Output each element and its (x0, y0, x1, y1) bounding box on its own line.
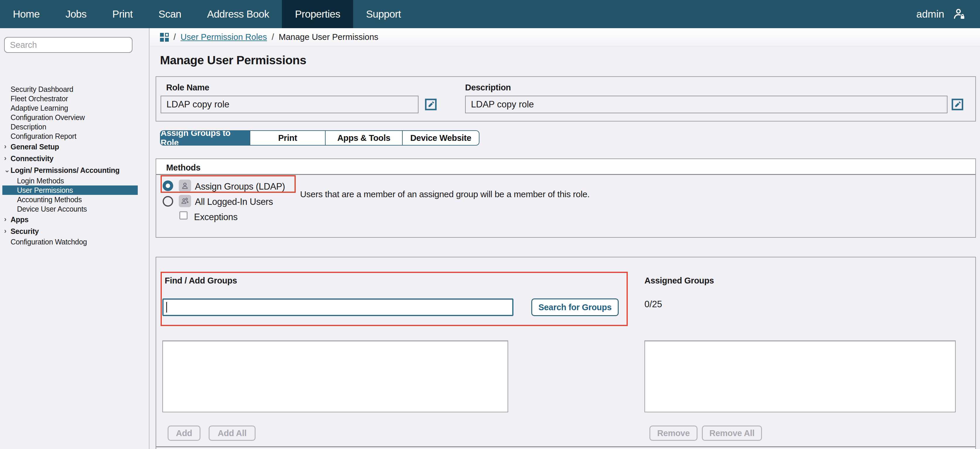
chevron-right-icon: › (4, 154, 6, 162)
sidebar-item-login-methods[interactable]: Login Methods (0, 176, 149, 185)
breadcrumb-link-user-permission-roles[interactable]: User Permission Roles (181, 32, 267, 42)
edit-description-button[interactable] (951, 98, 964, 111)
single-user-icon (179, 180, 191, 192)
group-search-input[interactable] (162, 299, 514, 316)
user-lock-icon (952, 7, 966, 21)
breadcrumb: / User Permission Roles / Manage User Pe… (150, 28, 980, 46)
tab-apps-tools[interactable]: Apps & Tools (325, 131, 402, 145)
radio-assign-groups-ldap[interactable] (163, 181, 173, 191)
text-caret (166, 302, 167, 313)
sidebar-item-configuration-overview[interactable]: Configuration Overview (0, 113, 149, 122)
sidebar-item-general-setup[interactable]: › General Setup (0, 141, 149, 153)
sidebar-item-adaptive-learning[interactable]: Adaptive Learning (0, 103, 149, 113)
tab-assign-groups-to-role[interactable]: Assign Groups to Role (161, 131, 250, 145)
description-input[interactable] (465, 96, 947, 113)
remove-all-button[interactable]: Remove All (702, 425, 762, 441)
groups-panel: Find / Add Groups Search for Groups Assi… (156, 257, 976, 449)
find-add-groups-label: Find / Add Groups (165, 276, 237, 286)
tab-device-website[interactable]: Device Website (402, 131, 479, 145)
methods-header: Methods (166, 163, 200, 173)
sidebar-item-login-permissions-accounting[interactable]: ⌄ Login/ Permissions/ Accounting (0, 165, 149, 176)
breadcrumb-separator: / (272, 32, 274, 42)
sidebar-item-configuration-watchdog[interactable]: Configuration Watchdog (0, 237, 149, 246)
nav-item-print[interactable]: Print (99, 0, 145, 28)
radio-all-logged-in-users[interactable] (163, 196, 173, 206)
add-all-button[interactable]: Add All (208, 425, 256, 441)
assigned-groups-label: Assigned Groups (644, 276, 714, 286)
add-button[interactable]: Add (168, 425, 200, 441)
role-tabs: Assign Groups to Role Print Apps & Tools… (160, 130, 479, 145)
remove-button[interactable]: Remove (649, 425, 697, 441)
exceptions-label[interactable]: Exceptions (194, 212, 238, 222)
sidebar-item-security[interactable]: › Security (0, 225, 149, 237)
assigned-groups-count: 0/25 (644, 299, 662, 310)
top-navigation: Home Jobs Print Scan Address Book Proper… (0, 0, 980, 28)
sidebar-item-connectivity[interactable]: › Connectivity (0, 153, 149, 165)
group-users-icon (179, 195, 191, 207)
sidebar-item-apps[interactable]: › Apps (0, 214, 149, 225)
chevron-down-icon: ⌄ (4, 166, 10, 174)
sidebar-item-device-user-accounts[interactable]: Device User Accounts (0, 204, 149, 214)
nav-item-properties[interactable]: Properties (282, 0, 353, 28)
section-divider (156, 446, 975, 447)
role-details-panel: Role Name Description (156, 76, 976, 121)
radio-label-all-logged-in-users[interactable]: All Logged-In Users (195, 197, 273, 207)
sidebar-item-fleet-orchestrator[interactable]: Fleet Orchestrator (0, 94, 149, 103)
edit-role-name-button[interactable] (424, 98, 438, 111)
sidebar-search-input[interactable] (4, 37, 132, 53)
sidebar-item-configuration-report[interactable]: Configuration Report (0, 131, 149, 141)
nav-item-scan[interactable]: Scan (146, 0, 194, 28)
method-description-text: Users that are a member of an assigned g… (300, 189, 590, 199)
assigned-groups-listbox[interactable] (644, 340, 956, 412)
clipped-next-section (157, 448, 975, 449)
tab-print[interactable]: Print (250, 131, 325, 145)
sidebar-item-user-permissions[interactable]: User Permissions (2, 185, 138, 195)
nav-spacer (414, 0, 916, 28)
sidebar-item-description[interactable]: Description (0, 122, 149, 131)
chevron-right-icon: › (4, 142, 6, 150)
search-for-groups-button[interactable]: Search for Groups (531, 299, 619, 316)
sidebar-item-security-dashboard[interactable]: Security Dashboard (0, 85, 149, 94)
sidebar-nav-list: Security Dashboard Fleet Orchestrator Ad… (0, 85, 149, 246)
exceptions-checkbox[interactable] (179, 211, 188, 219)
nav-item-address-book[interactable]: Address Book (194, 0, 282, 28)
role-name-label: Role Name (166, 83, 209, 93)
radio-label-assign-groups-ldap[interactable]: Assign Groups (LDAP) (195, 181, 285, 192)
logged-in-user-label: admin (916, 8, 944, 20)
sidebar-item-accounting-methods[interactable]: Accounting Methods (0, 195, 149, 204)
user-session[interactable]: admin (916, 0, 980, 28)
nav-item-support[interactable]: Support (353, 0, 414, 28)
nav-item-home[interactable]: Home (0, 0, 52, 28)
sidebar: Security Dashboard Fleet Orchestrator Ad… (0, 28, 150, 449)
home-grid-icon[interactable] (160, 33, 169, 42)
chevron-right-icon: › (4, 215, 6, 223)
breadcrumb-current: Manage User Permissions (279, 32, 379, 42)
page-title: Manage User Permissions (160, 53, 306, 67)
found-groups-listbox[interactable] (162, 340, 508, 412)
methods-panel: Methods Assign Groups (LDAP) All Logged-… (156, 158, 976, 238)
chevron-right-icon: › (4, 227, 6, 235)
role-name-input[interactable] (161, 96, 418, 113)
breadcrumb-separator: / (173, 32, 176, 42)
description-label: Description (465, 83, 511, 93)
methods-header-band: Methods (156, 159, 975, 175)
nav-item-jobs[interactable]: Jobs (52, 0, 99, 28)
